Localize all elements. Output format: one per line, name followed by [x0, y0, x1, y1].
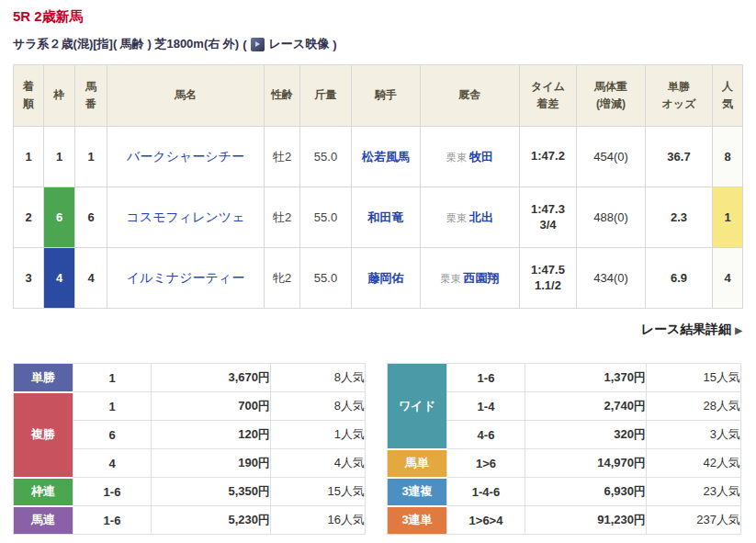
jockey-link[interactable]: 藤岡佑 [368, 271, 404, 285]
jockey-link[interactable]: 和田竜 [368, 210, 404, 224]
bracket-number: 4 [44, 248, 75, 309]
col-header-number: 馬 番 [75, 65, 107, 127]
horse-name-link[interactable]: バークシャーシチー [127, 149, 244, 164]
horse-number: 6 [75, 187, 107, 248]
trainer-link[interactable]: 北出 [469, 210, 493, 224]
payout-amount: 14,970円 [525, 449, 647, 478]
trainer-link[interactable]: 牧田 [469, 150, 493, 164]
time-margin-cell: 1:47.3 3/4 [520, 187, 577, 248]
stable-region: 栗東 [446, 152, 467, 163]
payout-row: 馬連 1-6 5,230円 16人気 [14, 506, 366, 535]
stable-region: 栗東 [441, 273, 461, 284]
race-conditions: サラ系２歳(混)[指]( 馬齢 ) 芝1800m(右 外) ( レース映像 ) [13, 36, 742, 52]
win-odds: 2.3 [646, 187, 713, 248]
result-row: 1 1 1 バークシャーシチー 牡2 55.0 松若風馬 栗東牧田 1:47.2… [14, 127, 743, 187]
payout-combination: 1>6>4 [447, 506, 525, 535]
payout-combination: 4 [73, 449, 152, 478]
paren-close: ) [333, 38, 336, 51]
horse-number: 1 [75, 127, 107, 187]
finish-time: 1:47.5 [520, 263, 576, 278]
race-result-detail-link[interactable]: レース結果詳細▶ [641, 322, 742, 336]
horse-weight: 434(0) [577, 248, 646, 309]
race-video-label[interactable]: レース映像 [269, 36, 330, 52]
sex-age: 牡2 [265, 187, 300, 248]
detail-link-row: レース結果詳細▶ [13, 321, 742, 339]
payout-amount: 120円 [152, 421, 271, 449]
finish-time: 1:47.3 [520, 202, 576, 218]
payout-popularity: 1人気 [271, 421, 366, 449]
payout-combination: 4-6 [447, 421, 525, 449]
payout-combination: 1 [73, 392, 152, 421]
horse-weight: 454(0) [577, 127, 646, 187]
payout-popularity: 8人気 [271, 364, 366, 392]
payout-row: 3連複 1-4-6 6,930円 23人気 [388, 478, 741, 506]
payout-type-exacta: 馬単 [388, 449, 447, 478]
page-title: 5R 2歳新馬 [13, 8, 742, 26]
payout-combination: 1-6 [73, 506, 152, 535]
col-header-favorite: 人 気 [713, 65, 743, 127]
payout-amount: 5,350円 [152, 478, 271, 506]
payout-type-wide: ワイド [388, 364, 447, 449]
finish-position: 2 [14, 187, 44, 248]
sex-age: 牡2 [265, 127, 300, 187]
video-play-icon[interactable] [251, 38, 265, 51]
payout-popularity: 15人気 [647, 364, 741, 392]
col-header-horse-weight: 馬体重 (増減) [577, 65, 646, 127]
payout-popularity: 23人気 [647, 478, 741, 506]
payout-popularity: 42人気 [647, 449, 741, 478]
payout-type-bracket-quinella: 枠連 [14, 478, 73, 506]
payout-table-left: 単勝 1 3,670円 8人気 複勝 1 700円 8人気 6 120円 1人気… [13, 363, 366, 535]
payout-popularity: 3人気 [647, 421, 741, 449]
race-result-detail-label[interactable]: レース結果詳細 [641, 322, 732, 336]
payout-type-trifecta: 3連単 [388, 506, 447, 535]
stable-region: 栗東 [446, 212, 467, 223]
payout-row: ワイド 1-6 1,370円 15人気 [388, 364, 741, 392]
carried-weight: 55.0 [300, 127, 352, 187]
horse-name-link[interactable]: コスモフィレンツェ [127, 209, 245, 224]
payout-amount: 320円 [525, 421, 647, 449]
payout-section: 単勝 1 3,670円 8人気 複勝 1 700円 8人気 6 120円 1人気… [13, 363, 742, 535]
payout-row: 単勝 1 3,670円 8人気 [14, 364, 366, 392]
paren-open: ( [243, 38, 246, 51]
payout-popularity: 237人気 [647, 506, 741, 535]
finish-time: 1:47.2 [520, 149, 576, 164]
payout-popularity: 16人気 [271, 506, 366, 535]
horse-weight: 488(0) [577, 187, 646, 248]
bracket-number: 6 [44, 187, 75, 248]
payout-amount: 3,670円 [152, 364, 271, 392]
horse-name-link[interactable]: イルミナジーティー [127, 270, 244, 285]
payout-row: 馬単 1>6 14,970円 42人気 [388, 449, 741, 478]
col-header-time: タイム 着差 [520, 65, 577, 127]
payout-popularity: 8人気 [271, 392, 366, 421]
finish-position: 1 [14, 127, 44, 187]
payout-table-right: ワイド 1-6 1,370円 15人気 1-4 2,740円 28人気 4-6 … [387, 363, 741, 535]
payout-popularity: 28人気 [647, 392, 741, 421]
col-header-weight: 斤量 [300, 65, 352, 127]
jockey-link[interactable]: 松若風馬 [362, 150, 410, 164]
payout-combination: 6 [73, 421, 152, 449]
payout-combination: 1-4-6 [447, 478, 525, 506]
time-margin-cell: 1:47.5 1.1/2 [520, 248, 577, 309]
payout-type-win: 単勝 [14, 364, 73, 392]
col-header-finish: 着 順 [14, 65, 44, 127]
col-header-jockey: 騎手 [352, 65, 421, 127]
result-row: 3 4 4 イルミナジーティー 牝2 55.0 藤岡佑 栗東西園翔 1:47.5… [14, 248, 743, 309]
chevron-right-icon: ▶ [735, 325, 742, 335]
payout-row: 枠連 1-6 5,350円 15人気 [14, 478, 366, 506]
payout-combination: 1-6 [73, 478, 152, 506]
finish-position: 3 [14, 248, 44, 309]
payout-type-place: 複勝 [14, 392, 73, 478]
payout-popularity: 4人気 [271, 449, 366, 478]
results-header-row: 着 順 枠 馬 番 馬名 性齢 斤量 騎手 厩舎 タイム 着差 馬体重 (増減)… [14, 65, 743, 127]
favorite-rank: 4 [713, 248, 743, 309]
horse-number: 4 [75, 248, 107, 309]
sex-age: 牝2 [265, 248, 300, 309]
finish-margin: 3/4 [520, 218, 576, 233]
race-results-table: 着 順 枠 馬 番 馬名 性齢 斤量 騎手 厩舎 タイム 着差 馬体重 (増減)… [13, 64, 743, 309]
favorite-rank: 8 [713, 127, 743, 187]
race-video-link[interactable]: レース映像 [251, 36, 330, 52]
payout-amount: 91,230円 [525, 506, 647, 535]
trainer-link[interactable]: 西園翔 [464, 271, 500, 285]
payout-amount: 2,740円 [525, 392, 647, 421]
carried-weight: 55.0 [300, 248, 352, 309]
